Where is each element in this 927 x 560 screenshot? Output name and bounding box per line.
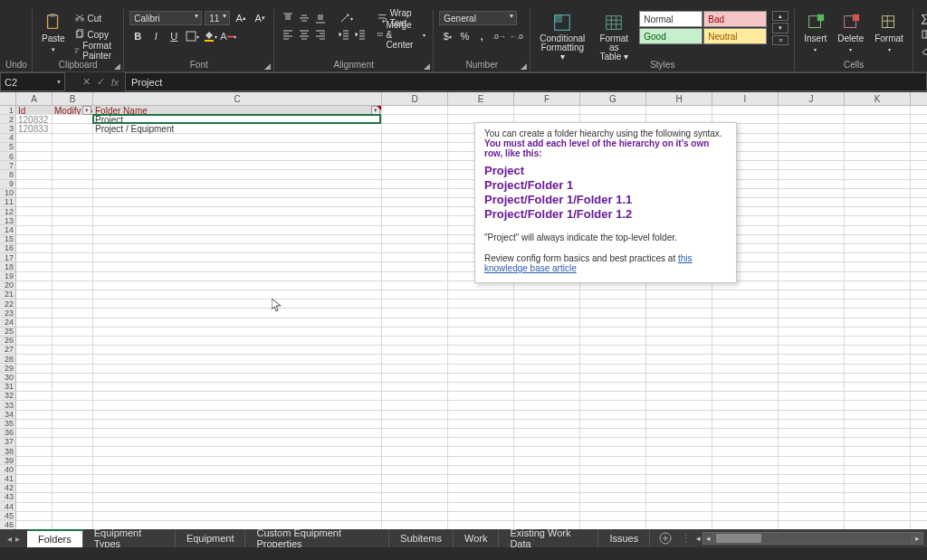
hscroll-thumb[interactable]	[716, 534, 761, 543]
spreadsheet-grid[interactable]: ABCDEFGHIJKL 123456789101112131415161718…	[0, 92, 927, 536]
merge-center-button[interactable]: Merge & Center▾	[376, 27, 427, 42]
copy-button[interactable]: Copy	[72, 27, 119, 42]
column-header[interactable]: F	[514, 92, 580, 106]
enter-formula-icon[interactable]: ✓	[94, 76, 107, 88]
row-header[interactable]: 42	[0, 484, 16, 493]
column-header[interactable]: C	[93, 92, 382, 106]
row-header[interactable]: 15	[0, 235, 16, 244]
row-header[interactable]: 29	[0, 364, 16, 373]
row-header[interactable]: 5	[0, 143, 16, 152]
styles-more[interactable]: ≡	[772, 35, 788, 45]
column-header[interactable]: H	[646, 92, 712, 106]
format-as-table-button[interactable]: Format asTable ▾	[592, 11, 636, 56]
row-header[interactable]: 33	[0, 401, 16, 410]
row-header[interactable]: 32	[0, 392, 16, 401]
row-header[interactable]: 26	[0, 337, 16, 346]
row-header[interactable]: 6	[0, 152, 16, 161]
cut-button[interactable]: Cut	[72, 11, 119, 25]
row-header[interactable]: 31	[0, 383, 16, 392]
row-header[interactable]: 45	[0, 511, 16, 520]
sheet-tab[interactable]: Custom Equipment Properties	[245, 529, 389, 547]
row-header[interactable]: 37	[0, 438, 16, 447]
row-header[interactable]: 18	[0, 262, 16, 271]
tab-split-handle[interactable]: ⋮	[681, 533, 691, 545]
horizontal-scrollbar[interactable]: ◂ ▸	[702, 532, 923, 545]
orientation-button[interactable]: ▾	[336, 11, 356, 25]
row-header[interactable]: 10	[0, 189, 16, 198]
row-header[interactable]: 22	[0, 299, 16, 308]
row-header[interactable]: 21	[0, 290, 16, 299]
increase-decimal-button[interactable]: .0→	[491, 29, 507, 43]
row-header[interactable]: 40	[0, 465, 16, 474]
cell[interactable]: Project	[93, 115, 381, 124]
cancel-formula-icon[interactable]: ✕	[80, 76, 92, 88]
row-header[interactable]: 39	[0, 456, 16, 465]
row-header[interactable]: 38	[0, 447, 16, 456]
row-header[interactable]: 36	[0, 429, 16, 438]
column-header[interactable]: K	[845, 92, 911, 106]
formula-input[interactable]: Project	[125, 72, 927, 91]
row-header[interactable]: 43	[0, 493, 16, 502]
conditional-formatting-button[interactable]: ConditionalFormatting ▾	[536, 11, 588, 56]
row-header[interactable]: 9	[0, 180, 16, 189]
sheet-tab[interactable]: Folders	[27, 529, 83, 547]
row-header[interactable]: 20	[0, 281, 16, 290]
delete-cells-button[interactable]: Delete▾	[834, 11, 867, 56]
row-header[interactable]: 17	[0, 253, 16, 262]
row-headers[interactable]: 1234567891011121314151617181920212223242…	[0, 106, 16, 536]
row-header[interactable]: 8	[0, 170, 16, 179]
sheet-tab[interactable]: Subitems	[389, 529, 454, 547]
row-header[interactable]: 2	[0, 115, 16, 124]
paste-button[interactable]: Paste ▾	[38, 11, 69, 56]
hscroll-left-icon[interactable]: ◂	[703, 533, 714, 544]
tab-nav[interactable]: ◂▸	[0, 529, 27, 547]
italic-button[interactable]: I	[148, 29, 164, 43]
number-format-select[interactable]: General	[439, 11, 517, 25]
styles-scroll-up[interactable]: ▴	[772, 11, 788, 21]
row-header[interactable]: 7	[0, 161, 16, 170]
row-header[interactable]: 23	[0, 308, 16, 318]
accounting-format-button[interactable]: $▾	[439, 29, 455, 43]
align-center-button[interactable]	[296, 27, 312, 42]
column-headers[interactable]: ABCDEFGHIJKL	[16, 92, 927, 106]
row-header[interactable]: 27	[0, 346, 16, 355]
row-header[interactable]: 13	[0, 216, 16, 225]
row-header[interactable]: 44	[0, 502, 16, 511]
decrease-indent-button[interactable]	[336, 27, 352, 42]
align-top-button[interactable]	[280, 11, 296, 25]
hscroll-right-icon[interactable]: ▸	[912, 533, 922, 544]
row-header[interactable]: 35	[0, 419, 16, 428]
cell[interactable]: Id	[16, 106, 52, 115]
bold-button[interactable]: B	[129, 29, 146, 43]
row-header[interactable]: 4	[0, 134, 16, 143]
font-name-select[interactable]: Calibri	[129, 11, 202, 25]
sheet-tab[interactable]: Equipment	[176, 529, 246, 547]
column-header[interactable]: L	[911, 92, 927, 106]
decrease-decimal-button[interactable]: ←.0	[508, 29, 524, 43]
style-neutral[interactable]: Neutral	[703, 28, 767, 44]
cell[interactable]: Project / Equipment	[93, 124, 381, 133]
clear-button[interactable]: Clear▾	[919, 43, 927, 58]
row-header[interactable]: 30	[0, 373, 16, 382]
increase-indent-button[interactable]	[352, 27, 368, 42]
decrease-font-button[interactable]: A▾	[252, 11, 268, 25]
hscroll-left-outer[interactable]: ◂	[696, 534, 701, 543]
column-header[interactable]: E	[448, 92, 514, 106]
tab-next-icon[interactable]: ▸	[15, 534, 20, 544]
dialog-launcher-icon[interactable]: ◢	[264, 62, 271, 71]
row-header[interactable]: 24	[0, 318, 16, 327]
column-header[interactable]: J	[779, 92, 845, 106]
row-header[interactable]: 11	[0, 198, 16, 207]
insert-cells-button[interactable]: Insert▾	[800, 11, 830, 56]
percent-format-button[interactable]: %	[456, 29, 473, 43]
column-header[interactable]: A	[16, 92, 53, 106]
underline-button[interactable]: U	[166, 29, 182, 43]
column-header[interactable]: D	[382, 92, 448, 106]
column-header[interactable]: B	[53, 92, 93, 106]
style-good[interactable]: Good	[639, 28, 702, 44]
select-all-button[interactable]	[0, 92, 16, 106]
row-header[interactable]: 16	[0, 244, 16, 253]
row-header[interactable]: 12	[0, 207, 16, 216]
row-header[interactable]: 1	[0, 106, 16, 115]
dialog-launcher-icon[interactable]: ◢	[424, 62, 430, 71]
